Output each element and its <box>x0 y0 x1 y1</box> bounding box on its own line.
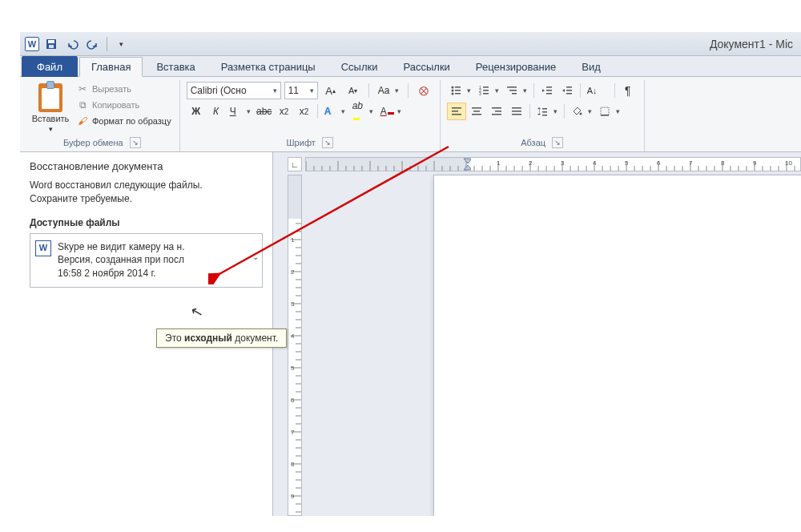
svg-text:9: 9 <box>753 159 757 167</box>
svg-rect-17 <box>512 93 517 95</box>
svg-text:3: 3 <box>479 91 481 96</box>
multilevel-button[interactable]: ▾ <box>503 82 530 99</box>
document-area: ∟ 123456789101112 1234567891011 <box>273 152 801 516</box>
svg-text:5: 5 <box>625 159 629 167</box>
highlight-button[interactable]: ab▾ <box>349 103 376 120</box>
svg-text:4: 4 <box>593 159 597 167</box>
hanging-indent-marker[interactable] <box>463 164 471 171</box>
numbering-button[interactable]: 123▾ <box>475 82 502 99</box>
recovery-file-item[interactable]: W Skype не видит камеру на н. Версия, со… <box>30 233 263 288</box>
svg-text:6: 6 <box>291 397 295 404</box>
show-marks-button[interactable]: ¶ <box>618 82 638 99</box>
strikethrough-button[interactable]: abc <box>255 103 274 120</box>
svg-rect-22 <box>566 90 572 91</box>
tab-mailings[interactable]: Рассылки <box>392 57 462 76</box>
tab-home[interactable]: Главная <box>79 57 143 77</box>
svg-point-5 <box>451 90 453 92</box>
bullets-button[interactable]: ▾ <box>447 82 474 99</box>
increase-indent-button[interactable] <box>557 82 577 99</box>
group-clipboard: Вставить ▾ ✂Вырезать ⧉Копировать 🖌Формат… <box>25 80 180 151</box>
text-effects-button[interactable]: A▾ <box>321 103 348 120</box>
paragraph-launcher[interactable]: ↘ <box>552 137 563 148</box>
tooltip: Это исходный документ. <box>156 328 287 348</box>
align-right-icon <box>491 106 502 117</box>
svg-rect-32 <box>492 114 501 115</box>
tab-view[interactable]: Вид <box>570 57 613 76</box>
tab-insert[interactable]: Вставка <box>144 57 207 76</box>
svg-rect-20 <box>546 93 552 95</box>
undo-button[interactable] <box>63 35 81 53</box>
font-color-button[interactable]: A▾ <box>377 103 405 120</box>
justify-button[interactable] <box>507 103 526 120</box>
borders-button[interactable]: ▾ <box>596 103 623 120</box>
chevron-down-icon[interactable]: ⌄ <box>252 252 259 263</box>
font-name-combo[interactable]: Calibri (Осно▾ <box>187 82 281 99</box>
svg-text:4: 4 <box>291 332 295 340</box>
clipboard-launcher[interactable]: ↘ <box>130 137 141 148</box>
group-paragraph: ▾ 123▾ ▾ А↓ ¶ ▾ <box>441 80 645 151</box>
copy-button[interactable]: ⧉Копировать <box>74 98 173 112</box>
superscript-button[interactable]: x2 <box>295 103 314 120</box>
decrease-indent-button[interactable] <box>537 82 557 99</box>
sort-button[interactable]: А↓ <box>584 82 611 99</box>
svg-rect-4 <box>455 87 461 88</box>
svg-rect-19 <box>546 90 552 91</box>
svg-rect-35 <box>512 114 521 115</box>
svg-rect-34 <box>512 111 521 112</box>
svg-text:10: 10 <box>785 159 792 167</box>
shading-button[interactable]: ▾ <box>568 103 595 120</box>
clipboard-icon <box>38 83 62 112</box>
document-page[interactable] <box>433 175 801 516</box>
clear-formatting-button[interactable]: ⨂ <box>414 82 433 99</box>
outdent-icon <box>541 85 553 96</box>
italic-button[interactable]: К <box>207 103 226 120</box>
font-launcher[interactable]: ↘ <box>322 137 333 148</box>
indent-icon <box>562 85 573 96</box>
word-doc-icon: W <box>35 240 51 256</box>
align-left-button[interactable] <box>447 103 466 120</box>
cut-button[interactable]: ✂Вырезать <box>74 82 173 96</box>
font-size-combo[interactable]: 11▾ <box>284 82 318 99</box>
subscript-button[interactable]: x2 <box>275 103 294 120</box>
format-painter-button[interactable]: 🖌Формат по образцу <box>74 114 173 128</box>
recovery-intro: Word восстановил следующие файлы.Сохрани… <box>30 179 263 206</box>
borders-icon <box>599 106 610 117</box>
svg-rect-1 <box>48 40 54 43</box>
tab-file[interactable]: Файл <box>22 56 78 77</box>
svg-rect-33 <box>512 107 521 109</box>
recovery-file-line1: Skype не видит камеру на н. <box>58 240 256 254</box>
svg-text:8: 8 <box>291 461 295 468</box>
svg-text:2: 2 <box>291 268 295 276</box>
vertical-ruler[interactable]: 1234567891011 <box>288 175 302 516</box>
qat-customize[interactable]: ▾ <box>112 35 130 53</box>
line-spacing-button[interactable]: ▾ <box>533 103 561 120</box>
grow-font-button[interactable]: A▴ <box>321 82 340 99</box>
svg-rect-14 <box>483 93 489 95</box>
svg-rect-6 <box>455 90 461 91</box>
paste-button[interactable]: Вставить ▾ <box>31 82 70 135</box>
title-bar: W ▾ Документ1 - Mic <box>20 32 801 56</box>
change-case-button[interactable]: Aa▾ <box>375 82 402 99</box>
multilevel-icon <box>506 85 517 96</box>
underline-button[interactable]: Ч▾ <box>227 103 254 120</box>
shrink-font-button[interactable]: A▾ <box>344 82 363 99</box>
tab-selector[interactable]: ∟ <box>288 157 302 171</box>
svg-rect-39 <box>542 115 547 116</box>
svg-rect-38 <box>542 111 547 113</box>
bold-button[interactable]: Ж <box>187 103 206 120</box>
svg-rect-29 <box>472 114 481 115</box>
svg-point-40 <box>579 113 582 115</box>
word-icon: W <box>25 37 39 51</box>
redo-button[interactable] <box>84 35 102 53</box>
svg-text:3: 3 <box>561 159 565 167</box>
tab-references[interactable]: Ссылки <box>329 57 390 76</box>
svg-text:2: 2 <box>529 159 533 167</box>
tab-review[interactable]: Рецензирование <box>464 57 568 76</box>
align-center-button[interactable] <box>467 103 486 120</box>
horizontal-ruler[interactable]: 123456789101112 <box>305 157 801 171</box>
save-button[interactable] <box>42 35 60 53</box>
recovery-file-line3: 16:58 2 ноября 2014 г. <box>58 267 256 280</box>
align-right-button[interactable] <box>487 103 506 120</box>
recovery-file-line2: Версия, созданная при посл <box>58 253 256 267</box>
tab-page-layout[interactable]: Разметка страницы <box>209 57 328 76</box>
